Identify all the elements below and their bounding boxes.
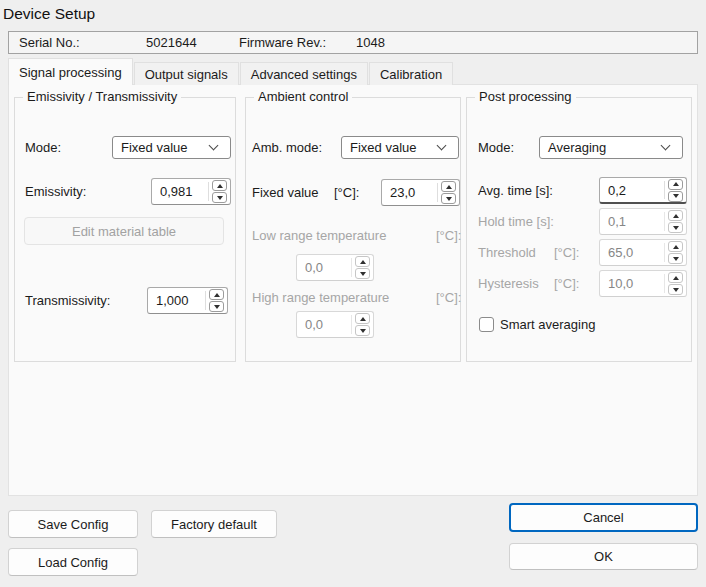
- high-range-temperature-input: [297, 312, 351, 337]
- tab-advanced-settings[interactable]: Advanced settings: [240, 62, 368, 85]
- hysteresis-label: Hysteresis: [478, 270, 539, 297]
- post-processing-group: Post processing Mode: Averaging Avg. tim…: [466, 97, 692, 362]
- edit-material-table-button: Edit material table: [24, 217, 224, 245]
- smart-averaging-label: Smart averaging: [500, 317, 595, 333]
- spin-down-button[interactable]: [209, 301, 224, 312]
- up-arrow-icon: [673, 245, 679, 249]
- tab-bar: Signal processing Output signals Advance…: [8, 58, 454, 85]
- firmware-rev-value: 1048: [356, 32, 385, 53]
- hysteresis-spinner: [599, 270, 687, 297]
- threshold-unit: [°C]:: [554, 239, 579, 266]
- transmissivity-input[interactable]: [148, 288, 205, 313]
- window-title: Device Setup: [3, 5, 95, 23]
- ambient-mode-label: Amb. mode:: [252, 136, 322, 159]
- emissivity-mode-dropdown[interactable]: Fixed value: [112, 136, 231, 159]
- tab-label: Calibration: [380, 67, 442, 82]
- dropdown-value: Fixed value: [342, 140, 438, 155]
- hysteresis-input: [600, 271, 664, 296]
- hold-time-label: Hold time [s]:: [478, 208, 554, 235]
- button-label: OK: [594, 549, 613, 564]
- button-label: Save Config: [38, 517, 109, 532]
- down-arrow-icon: [673, 257, 679, 261]
- factory-default-button[interactable]: Factory default: [151, 510, 277, 538]
- ambient-mode-dropdown[interactable]: Fixed value: [341, 136, 459, 159]
- up-arrow-icon: [360, 260, 366, 264]
- up-arrow-icon: [673, 276, 679, 280]
- firmware-rev-label: Firmware Rev.:: [239, 32, 326, 53]
- spin-up-button: [668, 210, 683, 221]
- spin-down-button: [668, 222, 683, 233]
- high-range-temperature-spinner: [296, 311, 374, 338]
- high-range-temperature-label: High range temperature: [252, 289, 389, 307]
- transmissivity-spinner: [147, 287, 228, 314]
- threshold-spinner: [599, 239, 687, 266]
- tab-signal-processing[interactable]: Signal processing: [8, 58, 133, 85]
- dropdown-value: Fixed value: [113, 140, 210, 155]
- serial-number-value: 5021644: [146, 32, 197, 53]
- high-range-temperature-unit: [°C]:: [436, 289, 461, 307]
- emissivity-input[interactable]: [152, 179, 208, 204]
- group-title: Emissivity / Transmissivity: [23, 89, 181, 104]
- spin-up-button: [355, 313, 370, 324]
- down-arrow-icon: [214, 305, 220, 309]
- ambient-control-group: Ambient control Amb. mode: Fixed value F…: [245, 97, 461, 362]
- spin-down-button[interactable]: [441, 193, 456, 204]
- avg-time-input[interactable]: [600, 178, 664, 202]
- spin-up-button[interactable]: [668, 179, 683, 190]
- hysteresis-unit: [°C]:: [554, 270, 579, 297]
- group-title: Post processing: [475, 89, 576, 104]
- threshold-input: [600, 240, 664, 265]
- spin-down-button[interactable]: [668, 191, 683, 202]
- device-info-bar: Serial No.: 5021644 Firmware Rev.: 1048: [8, 31, 698, 54]
- button-label: Cancel: [583, 510, 623, 525]
- spin-up-button[interactable]: [212, 180, 227, 191]
- up-arrow-icon: [214, 293, 220, 297]
- fixed-value-input[interactable]: [382, 180, 437, 205]
- fixed-value-spinner: [381, 179, 460, 206]
- spin-down-button: [668, 253, 683, 264]
- low-range-temperature-unit: [°C]:: [436, 227, 461, 245]
- low-range-temperature-spinner: [296, 254, 374, 281]
- threshold-label: Threshold: [478, 239, 536, 266]
- cancel-button[interactable]: Cancel: [509, 503, 698, 532]
- down-arrow-icon: [446, 197, 452, 201]
- chevron-down-icon: [437, 141, 447, 151]
- tab-calibration[interactable]: Calibration: [369, 62, 453, 85]
- avg-time-spinner: [599, 177, 687, 204]
- smart-averaging-checkbox[interactable]: [479, 317, 494, 332]
- button-label: Factory default: [171, 517, 257, 532]
- chevron-down-icon: [661, 141, 671, 151]
- load-config-button[interactable]: Load Config: [8, 548, 138, 576]
- transmissivity-label: Transmissivity:: [25, 287, 110, 314]
- button-label: Load Config: [38, 555, 108, 570]
- spin-up-button: [668, 241, 683, 252]
- post-mode-dropdown[interactable]: Averaging: [539, 136, 683, 159]
- mode-label: Mode:: [25, 136, 61, 159]
- spin-down-button: [355, 325, 370, 336]
- emissivity-spinner: [151, 178, 231, 205]
- button-label: Edit material table: [72, 224, 176, 239]
- tab-label: Signal processing: [19, 65, 122, 80]
- down-arrow-icon: [217, 196, 223, 200]
- tab-label: Output signals: [145, 67, 228, 82]
- tab-output-signals[interactable]: Output signals: [134, 62, 239, 85]
- avg-time-label: Avg. time [s]:: [478, 177, 553, 204]
- post-mode-label: Mode:: [478, 136, 514, 159]
- save-config-button[interactable]: Save Config: [8, 510, 138, 538]
- spin-up-button[interactable]: [441, 181, 456, 192]
- spin-down-button[interactable]: [212, 192, 227, 203]
- serial-number-label: Serial No.:: [19, 32, 80, 53]
- low-range-temperature-label: Low range temperature: [252, 227, 386, 245]
- fixed-value-unit: [°C]:: [334, 179, 359, 206]
- down-arrow-icon: [360, 272, 366, 276]
- hold-time-spinner: [599, 208, 687, 235]
- ok-button[interactable]: OK: [509, 543, 698, 570]
- spin-down-button: [668, 284, 683, 295]
- up-arrow-icon: [360, 317, 366, 321]
- up-arrow-icon: [217, 184, 223, 188]
- hold-time-input: [600, 209, 664, 234]
- down-arrow-icon: [673, 194, 679, 198]
- spin-up-button[interactable]: [209, 289, 224, 300]
- low-range-temperature-input: [297, 255, 351, 280]
- spin-down-button: [355, 268, 370, 279]
